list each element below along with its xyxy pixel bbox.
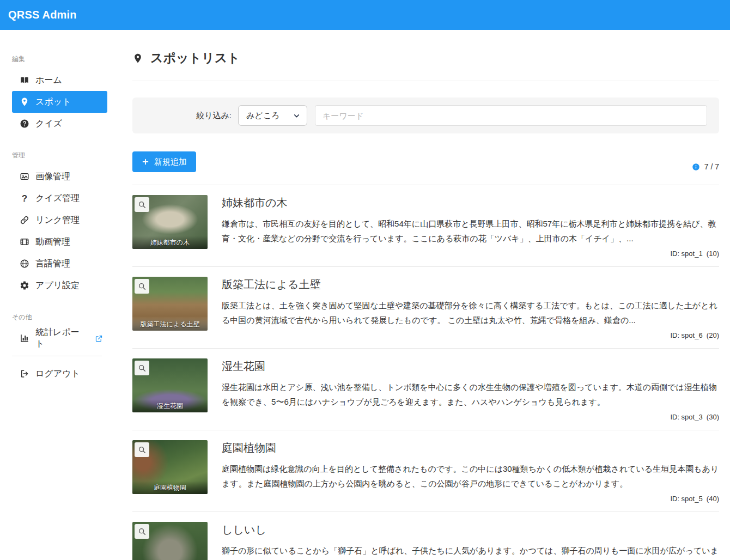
- spot-thumbnail[interactable]: 庭園植物園: [132, 440, 208, 494]
- spot-id: ID: spot_5 (40): [222, 491, 719, 503]
- toolbar: 新規追加 7 / 7: [132, 151, 719, 172]
- question-icon: ?: [20, 193, 29, 203]
- sidebar-item-label: 画像管理: [35, 171, 70, 182]
- sidebar-item-label: アプリ設定: [35, 280, 80, 291]
- sidebar-item-label: ログアウト: [35, 368, 80, 380]
- spot-list-item: 姉妹都市の木 姉妹都市の木 鎌倉市は、市民相互の友好を目的として、昭和54年に山…: [132, 185, 719, 266]
- sidebar-item-video-management[interactable]: 動画管理: [12, 231, 107, 253]
- sidebar-item-logout[interactable]: ログアウト: [12, 363, 107, 385]
- spot-title: 湿生花園: [222, 359, 719, 374]
- globe-icon: [20, 259, 29, 269]
- spot-list-item: ししいし ししいし 獅子の形に似ていることから「獅子石」と呼ばれ、子供たちに人気…: [132, 512, 719, 560]
- external-link-icon: [95, 334, 103, 343]
- magnifier-icon[interactable]: [135, 524, 149, 539]
- spot-thumbnail[interactable]: 姉妹都市の木: [132, 195, 208, 249]
- sidebar-item-label: 統計レポート: [35, 327, 86, 350]
- spot-thumbnail[interactable]: 版築工法による土壁: [132, 277, 208, 331]
- sidebar-item-spot[interactable]: スポット: [12, 91, 107, 113]
- sidebar-section-label: その他: [12, 313, 107, 322]
- info-icon: [692, 163, 700, 171]
- film-icon: [20, 237, 29, 247]
- sidebar-item-home[interactable]: ホーム: [12, 69, 107, 91]
- filter-category-value: みどころ: [246, 111, 279, 121]
- spot-body: 姉妹都市の木 鎌倉市は、市民相互の友好を目的として、昭和54年に山口県萩市と長野…: [222, 195, 719, 258]
- add-new-button[interactable]: 新規追加: [132, 151, 196, 172]
- result-count: 7 / 7: [692, 162, 719, 172]
- thumbnail-caption: 姉妹都市の木: [132, 236, 208, 249]
- filter-panel: 絞り込み: みどころ: [132, 98, 719, 133]
- sidebar-item-language-management[interactable]: 言語管理: [12, 253, 107, 275]
- thumbnail-caption: 版築工法による土壁: [132, 318, 208, 331]
- page-title: スポットリスト: [150, 50, 240, 66]
- filter-label: 絞り込み:: [144, 111, 238, 121]
- add-new-button-label: 新規追加: [154, 157, 187, 167]
- plus-icon: [142, 158, 149, 166]
- spot-body: 庭園植物園 庭園植物園は緑化意識の向上を目的として整備されたものです。この中には…: [222, 440, 719, 503]
- sidebar-item-quiz-management[interactable]: ?クイズ管理: [12, 187, 107, 209]
- thumbnail-caption: 庭園植物園: [132, 481, 208, 494]
- sidebar-section-label: 管理: [12, 151, 107, 160]
- sidebar-item-link-management[interactable]: リンク管理: [12, 209, 107, 231]
- spot-description: 獅子の形に似ていることから「獅子石」と呼ばれ、子供たちに人気があります。かつては…: [222, 543, 719, 560]
- spot-id: ID: spot_1 (10): [222, 246, 719, 258]
- keyword-input[interactable]: [315, 105, 707, 126]
- app-title: QRSS Admin: [8, 9, 77, 21]
- spot-body: 湿生花園 湿生花園は水田とアシ原、浅い池を整備し、トンボ類を中心に多くの水生生物…: [222, 358, 719, 421]
- spot-description: 庭園植物園は緑化意識の向上を目的として整備されたものです。この中には30種類ちか…: [222, 461, 719, 491]
- spot-title: 姉妹都市の木: [222, 196, 719, 210]
- chevron-down-icon: [293, 112, 301, 120]
- sidebar-item-label: スポット: [35, 96, 71, 108]
- page-title-row: スポットリスト: [132, 50, 719, 66]
- sidebar-item-label: クイズ: [35, 118, 62, 130]
- sidebar-item-label: 言語管理: [35, 258, 70, 270]
- sidebar-item-quiz[interactable]: クイズ: [12, 113, 107, 135]
- result-count-text: 7 / 7: [704, 162, 719, 171]
- spot-list-item: 版築工法による土壁 版築工法による土壁 版築工法とは、土を強く突き固めて堅固な土…: [132, 266, 719, 348]
- sidebar-item-stats-report[interactable]: 統計レポート: [12, 327, 107, 349]
- spot-description: 鎌倉市は、市民相互の友好を目的として、昭和54年に山口県萩市と長野県上田市、昭和…: [222, 216, 719, 246]
- map-pin-icon: [132, 51, 143, 65]
- filter-category-select[interactable]: みどころ: [238, 105, 307, 126]
- sidebar-item-label: ホーム: [35, 75, 62, 86]
- spot-thumbnail[interactable]: ししいし: [132, 522, 208, 560]
- app-header: QRSS Admin: [0, 0, 730, 30]
- magnifier-icon[interactable]: [135, 197, 149, 212]
- link-icon: [20, 215, 29, 225]
- sidebar-item-label: 動画管理: [35, 236, 70, 248]
- spot-description: 湿生花園は水田とアシ原、浅い池を整備し、トンボ類を中心に多くの水生生物の保護や増…: [222, 380, 719, 409]
- sidebar-divider: [12, 356, 102, 356]
- spot-id: ID: spot_3 (30): [222, 409, 719, 421]
- gear-icon: [20, 281, 29, 290]
- sidebar: 編集ホームスポットクイズ管理画像管理?クイズ管理リンク管理動画管理言語管理アプリ…: [0, 30, 107, 560]
- sidebar-item-app-settings[interactable]: アプリ設定: [12, 275, 107, 296]
- spot-thumbnail[interactable]: 湿生花園: [132, 358, 208, 412]
- magnifier-icon[interactable]: [135, 442, 149, 457]
- spot-list: 姉妹都市の木 姉妹都市の木 鎌倉市は、市民相互の友好を目的として、昭和54年に山…: [132, 185, 719, 560]
- main-content: スポットリスト 絞り込み: みどころ 新規追加: [107, 30, 730, 560]
- spot-title: 版築工法による土壁: [222, 277, 719, 292]
- spot-title: ししいし: [222, 522, 719, 537]
- spot-id: ID: spot_6 (20): [222, 327, 719, 339]
- book-icon: [20, 75, 29, 85]
- sidebar-item-image-management[interactable]: 画像管理: [12, 166, 107, 187]
- spot-list-item: 湿生花園 湿生花園 湿生花園は水田とアシ原、浅い池を整備し、トンボ類を中心に多く…: [132, 348, 719, 430]
- image-icon: [20, 172, 29, 181]
- magnifier-icon[interactable]: [135, 361, 149, 375]
- title-divider: [132, 81, 719, 81]
- spot-description: 版築工法とは、土を強く突き固めて堅固な土壁や建築の基礎部分を徐々に高く構築する工…: [222, 298, 719, 327]
- sidebar-item-label: クイズ管理: [35, 193, 80, 204]
- sidebar-section-label: 編集: [12, 54, 107, 64]
- sidebar-item-label: リンク管理: [35, 215, 80, 226]
- spot-body: ししいし 獅子の形に似ていることから「獅子石」と呼ばれ、子供たちに人気があります…: [222, 522, 719, 560]
- spot-list-item: 庭園植物園 庭園植物園 庭園植物園は緑化意識の向上を目的として整備されたものです…: [132, 430, 719, 512]
- thumbnail-caption: 湿生花園: [132, 399, 208, 412]
- chart-icon: [20, 333, 29, 343]
- spot-body: 版築工法による土壁 版築工法とは、土を強く突き固めて堅固な土壁や建築の基礎部分を…: [222, 277, 719, 339]
- logout-icon: [20, 369, 29, 379]
- map-pin-icon: [20, 97, 29, 107]
- question-circle-icon: [20, 119, 29, 129]
- spot-title: 庭園植物園: [222, 441, 719, 455]
- magnifier-icon[interactable]: [135, 279, 149, 294]
